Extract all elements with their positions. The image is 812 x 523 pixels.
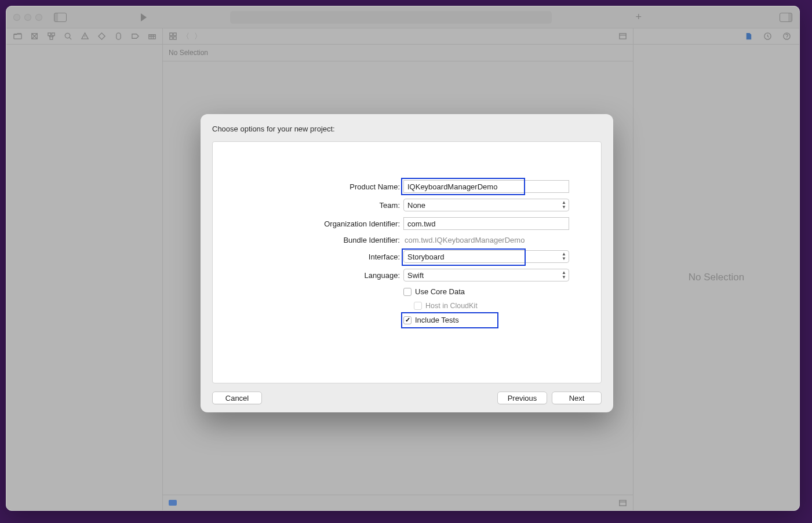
options-form: Product Name: Team: None ▲▼ Organization… [245,180,569,324]
product-name-cell [403,180,569,193]
host-cloudkit-row: Host in CloudKit [403,302,569,310]
bundle-identifier-value: com.twd.IQKeyboardManagerDemo [403,236,569,244]
popup-stepper-icon: ▲▼ [562,200,566,210]
interface-value: Storyboard [407,253,445,261]
sheet-title: Choose options for your new project: [212,125,602,133]
include-tests-label: Include Tests [415,316,459,324]
org-identifier-input[interactable] [403,217,569,230]
next-button[interactable]: Next [552,392,602,404]
host-cloudkit-checkbox [414,302,422,310]
use-core-data-row[interactable]: Use Core Data [403,287,569,296]
options-form-box: Product Name: Team: None ▲▼ Organization… [212,141,602,383]
interface-label: Interface: [245,253,400,261]
xcode-window: + 〈 〉 No Selection [6,6,800,511]
use-core-data-checkbox[interactable] [403,288,412,296]
include-tests-checkbox[interactable] [403,316,412,324]
use-core-data-label: Use Core Data [415,287,465,296]
product-name-input[interactable] [403,180,569,193]
popup-stepper-icon: ▲▼ [562,270,566,280]
interface-popup[interactable]: Storyboard ▲▼ [403,250,569,263]
language-popup[interactable]: Swift ▲▼ [403,269,569,281]
org-identifier-cell [403,217,569,230]
language-label: Language: [245,271,400,280]
popup-stepper-icon: ▲▼ [562,252,566,261]
host-cloudkit-label: Host in CloudKit [425,302,478,310]
language-value: Swift [407,271,424,280]
bundle-identifier-label: Bundle Identifier: [245,236,400,244]
team-value: None [407,201,425,210]
sheet-button-row: Cancel Previous Next [212,392,602,404]
previous-button[interactable]: Previous [497,392,547,404]
team-label: Team: [245,201,400,210]
org-identifier-label: Organization Identifier: [245,220,400,228]
cancel-button[interactable]: Cancel [212,392,262,404]
team-popup[interactable]: None ▲▼ [403,199,569,211]
include-tests-row[interactable]: Include Tests [403,316,569,324]
product-name-label: Product Name: [245,182,400,191]
new-project-options-sheet: Choose options for your new project: Pro… [201,114,613,412]
